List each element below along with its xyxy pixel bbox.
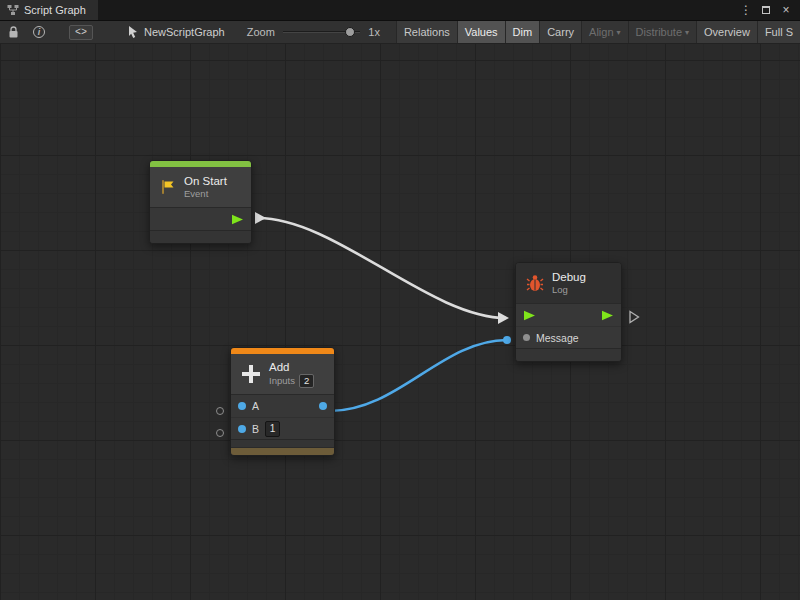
relations-button[interactable]: Relations xyxy=(396,21,457,43)
relation-triangle-icon xyxy=(628,310,640,324)
zoom-label: Zoom xyxy=(247,26,275,38)
graph-name: NewScriptGraph xyxy=(144,26,225,38)
port-b-label: B xyxy=(252,423,259,435)
titlebar: Script Graph ⋮ × xyxy=(0,0,800,21)
lock-icon[interactable] xyxy=(8,26,19,39)
node-subtitle: Event xyxy=(184,188,227,200)
node-on-start-box: On Start Event xyxy=(149,160,252,244)
node-title: On Start xyxy=(184,174,227,188)
code-view-button[interactable]: <> xyxy=(69,25,93,40)
inputs-label: Inputs xyxy=(269,375,295,387)
port-a-output[interactable] xyxy=(319,402,327,410)
distribute-button[interactable]: Distribute ▾ xyxy=(628,21,696,43)
wire-value-end-dot xyxy=(503,336,511,344)
port-b-external-circle[interactable] xyxy=(216,429,224,437)
toolbar-buttons: Relations Values Dim Carry Align ▾ Distr… xyxy=(396,21,800,43)
tab-script-graph[interactable]: Script Graph xyxy=(0,0,98,20)
carry-button[interactable]: Carry xyxy=(539,21,581,43)
node-subtitle: Log xyxy=(552,284,586,296)
plus-icon xyxy=(240,363,262,385)
message-input-port[interactable] xyxy=(523,334,530,341)
node-add[interactable]: Add Inputs 2 A B 1 xyxy=(230,347,335,456)
node-footer-brown xyxy=(231,447,334,455)
node-debug-log[interactable]: Debug Log Message xyxy=(515,262,622,362)
info-icon[interactable]: i xyxy=(33,26,45,38)
message-port-label: Message xyxy=(536,332,579,344)
chevron-down-icon: ▾ xyxy=(617,28,621,37)
overview-button[interactable]: Overview xyxy=(696,21,757,43)
close-icon[interactable]: × xyxy=(778,2,794,18)
window-controls: ⋮ × xyxy=(738,0,800,20)
tab-title: Script Graph xyxy=(24,4,86,16)
node-footer xyxy=(516,348,621,361)
port-b-value-field[interactable]: 1 xyxy=(265,421,280,437)
graph-asset-icon xyxy=(127,25,139,39)
port-a-input[interactable] xyxy=(238,402,246,410)
script-graph-icon xyxy=(7,4,19,16)
wire-flow-end-arrow xyxy=(498,312,509,324)
zoom-value: 1x xyxy=(368,26,380,38)
window-menu-icon[interactable]: ⋮ xyxy=(738,2,754,18)
wire-flow-start-arrow xyxy=(255,212,266,224)
flow-output-port[interactable] xyxy=(601,310,614,321)
graph-canvas[interactable]: On Start Event xyxy=(0,44,800,600)
align-button[interactable]: Align ▾ xyxy=(581,21,627,43)
distribute-label: Distribute xyxy=(636,26,682,38)
flow-input-port[interactable] xyxy=(523,310,536,321)
values-button[interactable]: Values xyxy=(457,21,505,43)
node-title: Add xyxy=(269,360,314,374)
graph-toolbar: i <> NewScriptGraph Zoom 1x Relations Va… xyxy=(0,21,800,44)
inputs-count-field[interactable]: 2 xyxy=(299,374,314,388)
node-add-box: Add Inputs 2 A B 1 xyxy=(230,347,335,456)
trigger-output-port[interactable] xyxy=(231,214,244,225)
port-a-label: A xyxy=(252,400,259,412)
maximize-glyph xyxy=(762,6,770,14)
node-footer xyxy=(231,439,334,447)
wire-add-to-message[interactable] xyxy=(330,340,507,411)
graph-breadcrumb[interactable]: NewScriptGraph xyxy=(127,25,225,39)
zoom-slider-handle[interactable] xyxy=(345,27,355,37)
port-a-external-circle[interactable] xyxy=(216,407,224,415)
node-title: Debug xyxy=(552,270,586,284)
add-header[interactable]: Add Inputs 2 xyxy=(231,354,334,394)
debug-log-header[interactable]: Debug Log xyxy=(516,263,621,303)
dim-button[interactable]: Dim xyxy=(505,21,540,43)
zoom-slider[interactable] xyxy=(283,26,360,38)
bug-icon xyxy=(525,273,545,293)
node-footer xyxy=(150,230,251,243)
fullscreen-button[interactable]: Full S xyxy=(757,21,800,43)
align-label: Align xyxy=(589,26,613,38)
chevron-down-icon: ▾ xyxy=(685,28,689,37)
wire-onstart-to-log[interactable] xyxy=(258,218,506,318)
wires-layer xyxy=(0,44,800,600)
node-on-start[interactable]: On Start Event xyxy=(149,160,252,244)
flag-icon xyxy=(159,178,177,196)
on-start-header[interactable]: On Start Event xyxy=(150,167,251,207)
node-debug-log-box: Debug Log Message xyxy=(515,262,622,362)
maximize-icon[interactable] xyxy=(758,2,774,18)
info-glyph: i xyxy=(33,26,45,38)
port-b-input[interactable] xyxy=(238,425,246,433)
